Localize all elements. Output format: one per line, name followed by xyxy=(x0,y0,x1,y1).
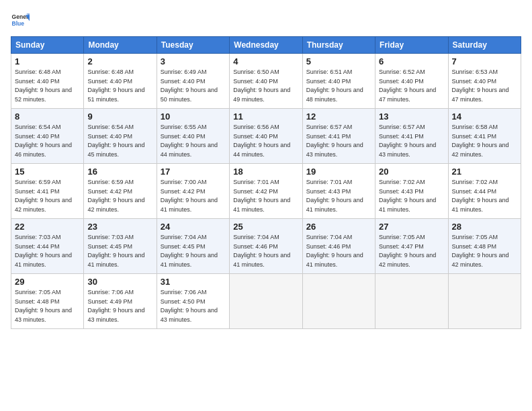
day-header-tuesday: Tuesday xyxy=(157,37,229,54)
day-number: 22 xyxy=(15,222,80,232)
calendar-cell: 3Sunrise: 6:49 AMSunset: 4:40 PMDaylight… xyxy=(157,54,229,109)
day-info: Sunrise: 6:50 AMSunset: 4:40 PMDaylight:… xyxy=(233,68,298,104)
day-number: 21 xyxy=(452,167,517,177)
day-info: Sunrise: 7:00 AMSunset: 4:42 PMDaylight:… xyxy=(161,178,226,214)
calendar-cell: 4Sunrise: 6:50 AMSunset: 4:40 PMDaylight… xyxy=(230,54,302,109)
day-number: 2 xyxy=(87,56,152,66)
day-number: 4 xyxy=(233,56,298,66)
day-header-saturday: Saturday xyxy=(448,37,521,54)
calendar-cell: 2Sunrise: 6:48 AMSunset: 4:40 PMDaylight… xyxy=(84,54,157,109)
calendar-cell: 15Sunrise: 6:59 AMSunset: 4:41 PMDayligh… xyxy=(11,164,84,219)
day-number: 1 xyxy=(15,56,80,66)
calendar-cell: 1Sunrise: 6:48 AMSunset: 4:40 PMDaylight… xyxy=(11,54,84,109)
day-number: 15 xyxy=(15,167,80,177)
calendar-week-row: 22Sunrise: 7:03 AMSunset: 4:44 PMDayligh… xyxy=(11,219,521,274)
day-info: Sunrise: 7:06 AMSunset: 4:49 PMDaylight:… xyxy=(87,288,152,324)
calendar-cell: 21Sunrise: 7:02 AMSunset: 4:44 PMDayligh… xyxy=(448,164,521,219)
day-header-monday: Monday xyxy=(84,37,157,54)
day-header-wednesday: Wednesday xyxy=(230,37,302,54)
day-info: Sunrise: 6:48 AMSunset: 4:40 PMDaylight:… xyxy=(15,68,80,104)
calendar-week-row: 8Sunrise: 6:54 AMSunset: 4:40 PMDaylight… xyxy=(11,109,521,164)
calendar-cell: 6Sunrise: 6:52 AMSunset: 4:40 PMDaylight… xyxy=(375,54,448,109)
calendar-cell: 17Sunrise: 7:00 AMSunset: 4:42 PMDayligh… xyxy=(157,164,229,219)
calendar-cell xyxy=(448,274,521,329)
day-info: Sunrise: 6:56 AMSunset: 4:40 PMDaylight:… xyxy=(233,123,298,159)
day-number: 5 xyxy=(306,56,371,66)
day-number: 27 xyxy=(379,222,444,232)
day-header-sunday: Sunday xyxy=(11,37,84,54)
day-number: 7 xyxy=(452,56,517,66)
calendar-cell: 5Sunrise: 6:51 AMSunset: 4:40 PMDaylight… xyxy=(302,54,375,109)
day-info: Sunrise: 6:59 AMSunset: 4:41 PMDaylight:… xyxy=(15,178,80,214)
day-number: 24 xyxy=(161,222,226,232)
day-number: 23 xyxy=(87,222,152,232)
day-number: 31 xyxy=(161,277,226,287)
calendar-cell: 14Sunrise: 6:58 AMSunset: 4:41 PMDayligh… xyxy=(448,109,521,164)
day-number: 3 xyxy=(161,56,226,66)
day-header-thursday: Thursday xyxy=(302,37,375,54)
calendar-cell: 23Sunrise: 7:03 AMSunset: 4:45 PMDayligh… xyxy=(84,219,157,274)
day-number: 12 xyxy=(306,111,371,122)
calendar-cell: 26Sunrise: 7:04 AMSunset: 4:46 PMDayligh… xyxy=(302,219,375,274)
calendar-cell xyxy=(230,274,302,329)
calendar-cell xyxy=(302,274,375,329)
calendar-cell: 31Sunrise: 7:06 AMSunset: 4:50 PMDayligh… xyxy=(157,274,229,329)
day-number: 11 xyxy=(233,111,298,122)
day-number: 26 xyxy=(306,222,371,232)
calendar-week-row: 1Sunrise: 6:48 AMSunset: 4:40 PMDaylight… xyxy=(11,54,521,109)
calendar-cell: 16Sunrise: 6:59 AMSunset: 4:42 PMDayligh… xyxy=(84,164,157,219)
calendar-cell: 25Sunrise: 7:04 AMSunset: 4:46 PMDayligh… xyxy=(230,219,302,274)
calendar-cell: 19Sunrise: 7:01 AMSunset: 4:43 PMDayligh… xyxy=(302,164,375,219)
day-info: Sunrise: 7:05 AMSunset: 4:48 PMDaylight:… xyxy=(452,233,517,269)
day-info: Sunrise: 7:04 AMSunset: 4:46 PMDaylight:… xyxy=(233,233,298,269)
day-info: Sunrise: 7:03 AMSunset: 4:44 PMDaylight:… xyxy=(15,233,80,269)
calendar-cell: 12Sunrise: 6:57 AMSunset: 4:41 PMDayligh… xyxy=(302,109,375,164)
day-number: 29 xyxy=(15,277,80,287)
day-info: Sunrise: 7:01 AMSunset: 4:42 PMDaylight:… xyxy=(233,178,298,214)
day-info: Sunrise: 6:49 AMSunset: 4:40 PMDaylight:… xyxy=(161,68,226,104)
day-info: Sunrise: 7:04 AMSunset: 4:45 PMDaylight:… xyxy=(161,233,226,269)
day-number: 30 xyxy=(87,277,152,287)
calendar-week-row: 29Sunrise: 7:05 AMSunset: 4:48 PMDayligh… xyxy=(11,274,521,329)
day-info: Sunrise: 6:54 AMSunset: 4:40 PMDaylight:… xyxy=(87,123,152,159)
header: General Blue xyxy=(11,11,521,30)
day-info: Sunrise: 7:06 AMSunset: 4:50 PMDaylight:… xyxy=(161,288,226,324)
day-number: 13 xyxy=(379,111,444,122)
calendar-cell: 24Sunrise: 7:04 AMSunset: 4:45 PMDayligh… xyxy=(157,219,229,274)
day-number: 28 xyxy=(452,222,517,232)
day-number: 19 xyxy=(306,167,371,177)
day-info: Sunrise: 6:48 AMSunset: 4:40 PMDaylight:… xyxy=(87,68,152,104)
calendar-cell: 30Sunrise: 7:06 AMSunset: 4:49 PMDayligh… xyxy=(84,274,157,329)
day-info: Sunrise: 7:05 AMSunset: 4:47 PMDaylight:… xyxy=(379,233,444,269)
svg-text:Blue: Blue xyxy=(12,20,25,27)
logo-icon: General Blue xyxy=(11,11,30,30)
calendar-cell: 9Sunrise: 6:54 AMSunset: 4:40 PMDaylight… xyxy=(84,109,157,164)
calendar-container: General Blue SundayMondayTuesdayWednesda… xyxy=(0,0,532,411)
day-number: 25 xyxy=(233,222,298,232)
day-info: Sunrise: 6:55 AMSunset: 4:40 PMDaylight:… xyxy=(161,123,226,159)
calendar-cell: 11Sunrise: 6:56 AMSunset: 4:40 PMDayligh… xyxy=(230,109,302,164)
day-info: Sunrise: 7:01 AMSunset: 4:43 PMDaylight:… xyxy=(306,178,371,214)
day-info: Sunrise: 7:04 AMSunset: 4:46 PMDaylight:… xyxy=(306,233,371,269)
day-number: 6 xyxy=(379,56,444,66)
day-number: 18 xyxy=(233,167,298,177)
day-info: Sunrise: 6:59 AMSunset: 4:42 PMDaylight:… xyxy=(87,178,152,214)
calendar-cell: 10Sunrise: 6:55 AMSunset: 4:40 PMDayligh… xyxy=(157,109,229,164)
calendar-cell: 29Sunrise: 7:05 AMSunset: 4:48 PMDayligh… xyxy=(11,274,84,329)
day-number: 10 xyxy=(161,111,226,122)
day-info: Sunrise: 7:02 AMSunset: 4:43 PMDaylight:… xyxy=(379,178,444,214)
calendar-cell: 8Sunrise: 6:54 AMSunset: 4:40 PMDaylight… xyxy=(11,109,84,164)
day-number: 14 xyxy=(452,111,517,122)
calendar-cell: 28Sunrise: 7:05 AMSunset: 4:48 PMDayligh… xyxy=(448,219,521,274)
day-number: 17 xyxy=(161,167,226,177)
day-info: Sunrise: 6:52 AMSunset: 4:40 PMDaylight:… xyxy=(379,68,444,104)
day-info: Sunrise: 6:54 AMSunset: 4:40 PMDaylight:… xyxy=(15,123,80,159)
calendar-table: SundayMondayTuesdayWednesdayThursdayFrid… xyxy=(11,36,521,329)
calendar-cell: 27Sunrise: 7:05 AMSunset: 4:47 PMDayligh… xyxy=(375,219,448,274)
day-header-friday: Friday xyxy=(375,37,448,54)
day-info: Sunrise: 6:57 AMSunset: 4:41 PMDaylight:… xyxy=(306,123,371,159)
day-number: 16 xyxy=(87,167,152,177)
day-info: Sunrise: 7:05 AMSunset: 4:48 PMDaylight:… xyxy=(15,288,80,324)
day-number: 8 xyxy=(15,111,80,122)
day-info: Sunrise: 7:02 AMSunset: 4:44 PMDaylight:… xyxy=(452,178,517,214)
